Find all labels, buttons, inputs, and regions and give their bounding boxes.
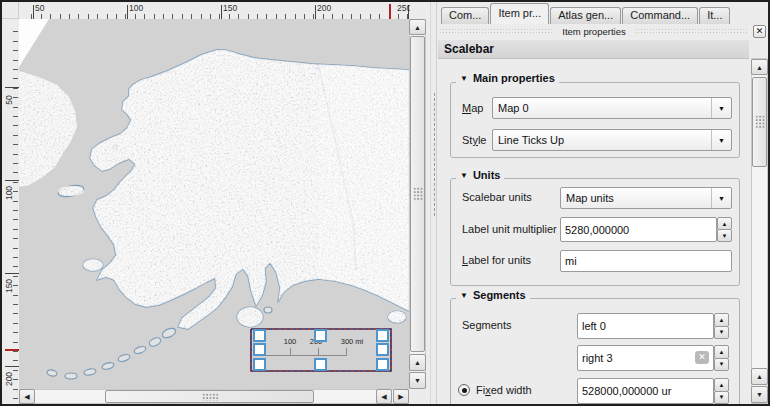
scroll-down-icon: ▼ — [414, 377, 421, 384]
spin-down-icon[interactable]: ▼ — [714, 391, 729, 405]
resize-handle-bottom-left[interactable] — [253, 358, 266, 371]
dock-splitter[interactable] — [430, 2, 437, 404]
tab-items[interactable]: It... — [699, 7, 730, 24]
collapse-arrow-icon: ▼ — [460, 171, 468, 180]
canvas-vertical-scrollbar[interactable]: ▲ ▲ ▼ — [409, 19, 427, 389]
dock-title-text: Item properties — [554, 26, 633, 37]
scalebar-map-item[interactable]: 100 200 300 mi — [250, 328, 392, 372]
label-for-units-label: Label for units — [462, 254, 531, 266]
collapse-arrow-icon: ▼ — [460, 74, 468, 83]
scroll-down-icon: ▼ — [756, 391, 763, 398]
spin-up-icon[interactable]: ▲ — [714, 378, 729, 392]
ruler-label: 250 — [397, 3, 410, 13]
segments-right-input[interactable]: right 3 — [577, 345, 714, 371]
scroll-left-button[interactable]: ◀ — [19, 389, 35, 404]
dock-title-ornament — [634, 28, 749, 34]
segments-left-spinner: ▲ ▼ — [714, 313, 729, 339]
resize-handle-middle-right[interactable] — [376, 343, 389, 356]
resize-handle-top-right[interactable] — [376, 329, 389, 342]
scalebar-label-100: 100 — [284, 337, 297, 346]
chevron-down-icon[interactable]: ▼ — [711, 188, 731, 208]
ruler-label: 200 — [317, 3, 331, 13]
resize-handle-top-center[interactable] — [314, 329, 327, 342]
ruler-label: 100 — [4, 182, 14, 204]
spin-down-icon[interactable]: ▼ — [714, 326, 729, 340]
segments-group-title[interactable]: ▼ Segments — [456, 289, 530, 301]
fixed-width-radio[interactable] — [458, 384, 470, 396]
composer-area: 50 100 150 200 250 50 100 150 200 — [2, 2, 430, 404]
style-combobox[interactable]: Line Ticks Up ▼ — [492, 129, 732, 151]
panel-scroll-content: ▼ Main properties Map Map 0 ▼ Style Line… — [438, 60, 750, 404]
label-unit-multiplier-input[interactable]: 5280,000000 — [560, 217, 717, 242]
ruler-tick — [5, 366, 19, 367]
fixed-width-spinner: ▲ ▼ — [714, 378, 729, 404]
resize-handle-middle-left[interactable] — [253, 343, 266, 356]
spin-down-icon[interactable]: ▼ — [714, 358, 729, 372]
horizontal-ruler: 50 100 150 200 250 — [19, 2, 410, 19]
scrollbar-thumb[interactable] — [410, 36, 425, 352]
scroll-left-icon: ◀ — [381, 393, 386, 400]
scroll-right-button[interactable]: ▶ — [393, 389, 409, 404]
label-unit-multiplier-spinner: ▲ ▼ — [717, 217, 732, 242]
scrollbar-thumb[interactable] — [752, 77, 767, 167]
tab-item-properties[interactable]: Item pr... — [490, 3, 549, 24]
close-icon[interactable]: ✕ — [753, 25, 766, 38]
panel-vertical-scrollbar[interactable]: ▲ ▲ ▼ — [751, 58, 768, 404]
scroll-left-icon: ◀ — [24, 393, 29, 400]
label-for-units-input[interactable]: mi — [560, 250, 732, 272]
main-properties-group-title[interactable]: ▼ Main properties — [456, 72, 559, 84]
scalebar-label-300mi: 300 mi — [341, 337, 364, 346]
ruler-tick — [5, 87, 19, 88]
scroll-down-button[interactable]: ▼ — [751, 386, 768, 403]
composition-canvas[interactable]: 100 200 300 mi — [19, 19, 409, 389]
qgis-print-composer-window: 50 100 150 200 250 50 100 150 200 — [0, 0, 770, 406]
ruler-tick — [33, 5, 34, 19]
scroll-up-icon: ▲ — [414, 359, 421, 366]
scroll-up-button[interactable]: ▲ — [751, 59, 768, 75]
hillshade-texture-dense — [319, 59, 409, 319]
resize-handle-bottom-right[interactable] — [376, 358, 389, 371]
scrollbar-thumb[interactable] — [105, 390, 314, 403]
units-group-title[interactable]: ▼ Units — [456, 169, 504, 181]
ruler-label: 50 — [4, 89, 14, 111]
scalebar-tick — [290, 348, 291, 356]
segments-right-spinner: ▲ ▼ — [714, 345, 729, 371]
map-combobox[interactable]: Map 0 ▼ — [492, 97, 732, 119]
ruler-label: 100 — [129, 3, 143, 13]
chevron-down-icon[interactable]: ▼ — [711, 130, 731, 150]
style-label: Style — [462, 134, 486, 146]
ruler-tick — [5, 273, 19, 274]
segments-left-input[interactable]: left 0 — [577, 313, 714, 339]
ruler-tick — [221, 5, 222, 19]
fixed-width-input[interactable]: 528000,000000 ur — [577, 378, 714, 404]
resize-handle-top-left[interactable] — [253, 329, 266, 342]
radio-dot — [462, 388, 467, 393]
tab-atlas-generation[interactable]: Atlas gen... — [550, 7, 621, 24]
scroll-left-button-2[interactable]: ◀ — [376, 389, 392, 404]
spin-up-icon[interactable]: ▲ — [714, 345, 729, 359]
spin-down-icon[interactable]: ▼ — [717, 229, 732, 242]
scrollbar-corner — [409, 389, 427, 404]
chevron-down-icon[interactable]: ▼ — [711, 98, 731, 118]
tab-composition[interactable]: Com... — [441, 7, 489, 24]
scroll-up-button-2[interactable]: ▲ — [409, 354, 426, 371]
scalebar-tick — [318, 348, 319, 356]
ruler-label: 150 — [4, 275, 14, 297]
scroll-up-icon: ▲ — [414, 24, 421, 31]
scalebar-tick — [346, 348, 347, 356]
scalebar-units-combobox[interactable]: Map units ▼ — [560, 187, 732, 209]
scroll-up-button-2[interactable]: ▲ — [751, 368, 768, 385]
clear-field-icon[interactable]: ✕ — [695, 351, 709, 364]
tab-command-history[interactable]: Command... — [622, 7, 698, 24]
label-unit-multiplier-label: Label unit multiplier — [462, 223, 557, 235]
canvas-horizontal-scrollbar[interactable]: ◀ ◀ ▶ — [19, 389, 409, 404]
map-label: Map — [462, 102, 483, 114]
scroll-up-button[interactable]: ▲ — [409, 19, 426, 35]
fixed-width-label: Fixed width — [476, 384, 532, 396]
cursor-position-marker — [5, 349, 19, 351]
scalebar-units-label: Scalebar units — [462, 191, 532, 203]
scroll-down-button[interactable]: ▼ — [409, 372, 426, 389]
resize-handle-bottom-center[interactable] — [314, 358, 327, 371]
ruler-tick — [5, 180, 19, 181]
spin-up-icon[interactable]: ▲ — [714, 313, 729, 327]
